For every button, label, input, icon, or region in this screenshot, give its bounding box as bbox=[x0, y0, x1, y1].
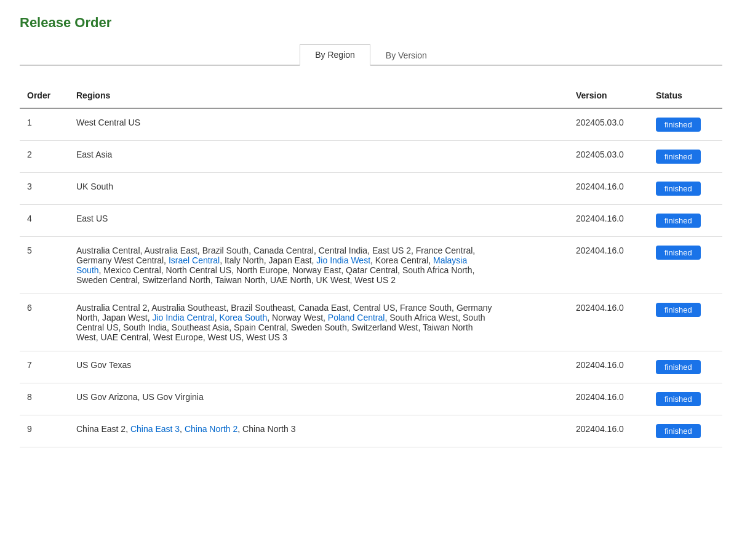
table-row: 4East US202404.16.0finished bbox=[20, 205, 722, 237]
table-header-row: Order Regions Version Status bbox=[20, 86, 722, 108]
status-badge: finished bbox=[656, 246, 701, 260]
table-row: 5Australia Central, Australia East, Braz… bbox=[20, 237, 722, 294]
table-row: 1West Central US202405.03.0finished bbox=[20, 108, 722, 141]
cell-status: finished bbox=[648, 351, 722, 383]
cell-regions: East Asia bbox=[69, 141, 568, 173]
cell-status: finished bbox=[648, 294, 722, 351]
table-row: 9China East 2, China East 3, China North… bbox=[20, 415, 722, 447]
page-title: Release Order bbox=[20, 15, 722, 31]
cell-status: finished bbox=[648, 205, 722, 237]
table-row: 6Australia Central 2, Australia Southeas… bbox=[20, 294, 722, 351]
region-link[interactable]: China East 3 bbox=[130, 424, 180, 434]
cell-regions: Australia Central 2, Australia Southeast… bbox=[69, 294, 568, 351]
table-row: 3UK South202404.16.0finished bbox=[20, 173, 722, 205]
cell-version: 202404.16.0 bbox=[568, 415, 648, 447]
cell-regions: US Gov Texas bbox=[69, 351, 568, 383]
cell-regions: UK South bbox=[69, 173, 568, 205]
col-header-order: Order bbox=[20, 86, 69, 108]
cell-order: 4 bbox=[20, 205, 69, 237]
cell-order: 1 bbox=[20, 108, 69, 141]
tab-by-region[interactable]: By Region bbox=[300, 44, 370, 66]
region-link[interactable]: Israel Central bbox=[169, 255, 220, 265]
status-badge: finished bbox=[656, 303, 701, 317]
table-row: 2East Asia202405.03.0finished bbox=[20, 141, 722, 173]
table-row: 7US Gov Texas202404.16.0finished bbox=[20, 351, 722, 383]
cell-regions: East US bbox=[69, 205, 568, 237]
release-order-table: Order Regions Version Status 1West Centr… bbox=[20, 86, 722, 447]
cell-order: 6 bbox=[20, 294, 69, 351]
cell-regions: West Central US bbox=[69, 108, 568, 141]
cell-regions: US Gov Arizona, US Gov Virginia bbox=[69, 383, 568, 415]
cell-order: 7 bbox=[20, 351, 69, 383]
cell-status: finished bbox=[648, 415, 722, 447]
cell-regions: China East 2, China East 3, China North … bbox=[69, 415, 568, 447]
cell-status: finished bbox=[648, 108, 722, 141]
cell-status: finished bbox=[648, 141, 722, 173]
region-link[interactable]: Jio India Central bbox=[152, 313, 214, 322]
cell-version: 202404.16.0 bbox=[568, 205, 648, 237]
cell-order: 9 bbox=[20, 415, 69, 447]
status-badge: finished bbox=[656, 424, 701, 438]
col-header-regions: Regions bbox=[69, 86, 568, 108]
cell-version: 202404.16.0 bbox=[568, 351, 648, 383]
status-badge: finished bbox=[656, 360, 701, 374]
status-badge: finished bbox=[656, 150, 701, 164]
status-badge: finished bbox=[656, 214, 701, 228]
region-link[interactable]: Jio India West bbox=[316, 255, 370, 265]
col-header-status: Status bbox=[648, 86, 722, 108]
status-badge: finished bbox=[656, 182, 701, 196]
cell-version: 202404.16.0 bbox=[568, 294, 648, 351]
cell-status: finished bbox=[648, 173, 722, 205]
cell-version: 202404.16.0 bbox=[568, 237, 648, 294]
cell-status: finished bbox=[648, 237, 722, 294]
cell-version: 202404.16.0 bbox=[568, 383, 648, 415]
cell-order: 8 bbox=[20, 383, 69, 415]
cell-order: 2 bbox=[20, 141, 69, 173]
col-header-version: Version bbox=[568, 86, 648, 108]
tab-by-version[interactable]: By Version bbox=[370, 44, 442, 66]
cell-version: 202405.03.0 bbox=[568, 108, 648, 141]
region-link[interactable]: Poland Central bbox=[328, 313, 385, 322]
cell-regions: Australia Central, Australia East, Brazi… bbox=[69, 237, 568, 294]
status-badge: finished bbox=[656, 392, 701, 406]
cell-version: 202404.16.0 bbox=[568, 173, 648, 205]
cell-status: finished bbox=[648, 383, 722, 415]
table-row: 8US Gov Arizona, US Gov Virginia202404.1… bbox=[20, 383, 722, 415]
region-link[interactable]: Korea South bbox=[219, 313, 267, 322]
status-badge: finished bbox=[656, 118, 701, 132]
release-order-table-container: Order Regions Version Status 1West Centr… bbox=[20, 86, 722, 447]
cell-order: 3 bbox=[20, 173, 69, 205]
cell-order: 5 bbox=[20, 237, 69, 294]
cell-version: 202405.03.0 bbox=[568, 141, 648, 173]
region-link[interactable]: China North 2 bbox=[185, 424, 237, 434]
tab-bar: By Region By Version bbox=[20, 43, 722, 66]
